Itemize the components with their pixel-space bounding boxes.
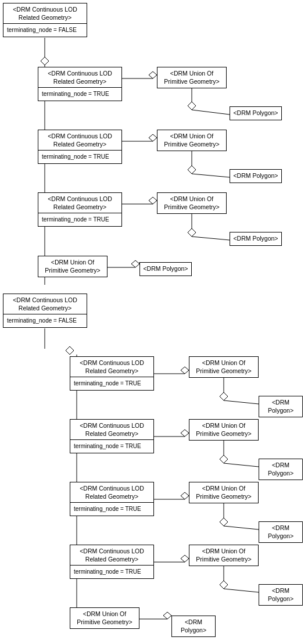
svg-line-20 (192, 237, 230, 240)
svg-marker-38 (181, 430, 189, 437)
diagram: <DRM Continuous LOD Related Geometry> te… (0, 0, 308, 644)
root-box-2: <DRM Continuous LODRelated Geometry> ter… (3, 294, 87, 328)
svg-marker-1 (41, 57, 49, 65)
box-b3: <DRM Continuous LODRelated Geometry> ter… (38, 192, 122, 227)
box-b2: <DRM Continuous LODRelated Geometry> ter… (38, 130, 122, 164)
box-u6: <DRM Union OfPrimitive Geometry> (189, 419, 259, 441)
box-p3: <DRM Polygon> (230, 232, 282, 246)
box-u7: <DRM Union OfPrimitive Geometry> (189, 482, 259, 503)
svg-marker-53 (163, 612, 171, 619)
box-p5: <DRM Polygon> (259, 396, 303, 417)
svg-marker-22 (131, 260, 139, 267)
box-b6: <DRM Continuous LODRelated Geometry> ter… (70, 419, 154, 453)
svg-marker-7 (149, 71, 157, 78)
box-p4: <DRM Polygon> (139, 262, 192, 276)
box-p8: <DRM Polygon> (259, 584, 303, 606)
svg-line-10 (192, 110, 230, 115)
box-p6: <DRM Polygon> (259, 459, 303, 480)
svg-line-46 (224, 526, 259, 529)
box-p1: <DRM Polygon> (230, 106, 282, 120)
box-b7: <DRM Continuous LODRelated Geometry> ter… (70, 482, 154, 516)
box-b1: <DRM Continuous LODRelated Geometry> ter… (38, 67, 122, 101)
svg-marker-19 (188, 228, 196, 237)
box-p2: <DRM Polygon> (230, 169, 282, 183)
svg-marker-48 (181, 555, 189, 562)
root-title-1: <DRM Continuous LOD Related Geometry> (6, 6, 84, 22)
box-b8: <DRM Continuous LODRelated Geometry> ter… (70, 545, 154, 579)
svg-marker-35 (220, 392, 228, 400)
svg-marker-25 (66, 346, 74, 355)
box-u8: <DRM Union OfPrimitive Geometry> (189, 545, 259, 566)
svg-line-51 (224, 589, 259, 592)
svg-marker-40 (220, 455, 228, 463)
svg-marker-17 (149, 197, 157, 204)
box-p7: <DRM Polygon> (259, 521, 303, 543)
svg-line-36 (224, 400, 259, 404)
divider (3, 23, 87, 24)
box-u3: <DRM Union OfPrimitive Geometry> (157, 192, 227, 214)
svg-marker-12 (149, 134, 157, 141)
box-u2: <DRM Union OfPrimitive Geometry> (157, 130, 227, 151)
box-b4: <DRM Union OfPrimitive Geometry> (38, 256, 108, 277)
box-u5: <DRM Union OfPrimitive Geometry> (189, 356, 259, 378)
box-b9: <DRM Union OfPrimitive Geometry> (70, 607, 139, 629)
svg-marker-50 (220, 581, 228, 589)
svg-marker-43 (181, 492, 189, 499)
svg-marker-33 (181, 367, 189, 374)
svg-marker-9 (188, 102, 196, 110)
svg-line-41 (224, 463, 259, 467)
box-u1: <DRM Union OfPrimitive Geometry> (157, 67, 227, 88)
root-box-1: <DRM Continuous LOD Related Geometry> te… (3, 3, 87, 37)
root-attr-1: terminating_node = FALSE (6, 26, 84, 34)
svg-marker-14 (188, 166, 196, 174)
box-p9: <DRM Polygon> (171, 616, 216, 637)
box-b5: <DRM Continuous LODRelated Geometry> ter… (70, 356, 154, 391)
svg-line-15 (192, 174, 230, 177)
svg-marker-45 (220, 518, 228, 526)
